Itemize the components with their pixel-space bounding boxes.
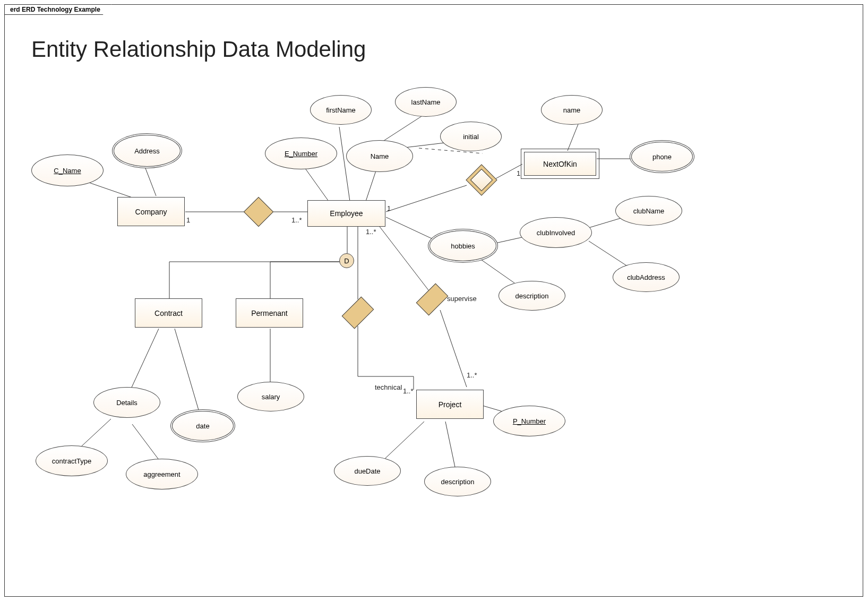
attr-label: salary [262, 393, 280, 401]
attr-label: hobbies [451, 242, 475, 250]
attr-label: C_Name [54, 167, 81, 175]
role-label: supervise [447, 295, 477, 303]
attr-address[interactable]: Address [114, 135, 181, 167]
entity-nextofkin[interactable]: NextOfKin [524, 152, 596, 176]
svg-line-25 [175, 329, 201, 419]
diagram-frame: erd ERD Technology Example Entity Relati… [4, 4, 863, 597]
entity-project[interactable]: Project [416, 390, 484, 419]
disjoint-circle[interactable]: D [339, 253, 354, 268]
attr-project-description[interactable]: description [424, 467, 491, 496]
attr-initial[interactable]: initial [440, 122, 502, 151]
entity-label: Contract [154, 309, 183, 317]
identifying-relationship-diamond[interactable] [467, 169, 496, 191]
entity-label: Company [135, 208, 167, 216]
entity-contract[interactable]: Contract [135, 298, 202, 328]
cardinality-label: 1..* [403, 387, 414, 395]
attr-label: Details [116, 399, 137, 407]
entity-permanent[interactable]: Permenant [236, 298, 303, 328]
attr-label: clubInvolved [537, 229, 575, 237]
relationship-supervise[interactable] [419, 284, 445, 315]
cardinality-label: 1 [387, 204, 391, 212]
attr-label: firstName [326, 106, 356, 114]
entity-label: NextOfKin [543, 160, 577, 168]
attr-label: description [441, 478, 475, 486]
attr-label: aggreement [143, 470, 180, 478]
cardinality-label: 1..* [291, 216, 302, 224]
disjoint-label: D [344, 257, 349, 265]
attr-label: E_Number [285, 150, 317, 158]
attr-details[interactable]: Details [93, 387, 160, 418]
attr-label: name [563, 106, 581, 114]
cardinality-label: 1..* [467, 371, 477, 379]
svg-line-5 [339, 127, 350, 201]
role-label: technical [375, 383, 402, 391]
attr-c-name[interactable]: C_Name [31, 154, 104, 186]
entity-employee[interactable]: Employee [307, 200, 385, 227]
attr-e-number[interactable]: E_Number [265, 138, 337, 169]
attr-label: date [196, 422, 209, 430]
cardinality-label: 1 [517, 169, 520, 177]
entity-company[interactable]: Company [117, 197, 185, 226]
svg-line-34 [440, 310, 467, 387]
attr-clubaddress[interactable]: clubAddress [613, 262, 680, 292]
attr-label: contractType [52, 457, 91, 465]
attr-label: lastName [411, 98, 441, 106]
attr-label: description [515, 292, 549, 300]
attr-aggreement[interactable]: aggreement [126, 459, 198, 490]
attr-contracttype[interactable]: contractType [36, 445, 108, 476]
entity-label: Project [439, 400, 462, 409]
relationship-diamond[interactable] [244, 204, 273, 220]
attr-firstname[interactable]: firstName [310, 95, 372, 125]
attr-label: initial [463, 133, 479, 141]
attr-label: Address [134, 147, 160, 155]
relationship-technical[interactable] [345, 297, 371, 329]
attr-label: P_Number [513, 417, 546, 425]
attr-duedate[interactable]: dueDate [334, 456, 401, 486]
attr-clubinvolved[interactable]: clubInvolved [520, 217, 592, 248]
diagram-canvas: Company Employee NextOfKin Contract Perm… [5, 5, 863, 596]
svg-line-4 [302, 164, 329, 201]
attr-phone[interactable]: phone [631, 142, 693, 171]
cardinality-label: 1..* [366, 228, 376, 236]
attr-label: phone [652, 153, 672, 161]
attr-nok-name[interactable]: name [541, 95, 603, 125]
attr-lastname[interactable]: lastName [395, 87, 457, 117]
attr-label: Name [371, 152, 389, 160]
attr-p-number[interactable]: P_Number [493, 406, 565, 436]
attr-label: clubName [633, 207, 665, 215]
svg-line-10 [386, 185, 467, 212]
svg-line-33 [376, 222, 429, 291]
entity-label: Permenant [251, 309, 287, 317]
attr-name-composite[interactable]: Name [346, 140, 413, 172]
attr-date[interactable]: date [172, 411, 234, 441]
attr-hobby-description[interactable]: description [499, 281, 565, 311]
svg-line-12 [568, 124, 578, 151]
attr-label: clubAddress [627, 273, 665, 281]
cardinality-label: 1 [186, 216, 190, 224]
svg-line-36 [445, 422, 456, 472]
attr-clubname[interactable]: clubName [615, 196, 682, 226]
svg-line-6 [366, 169, 376, 201]
attr-label: dueDate [354, 467, 380, 475]
attr-hobbies[interactable]: hobbies [429, 230, 496, 261]
entity-label: Employee [330, 209, 363, 218]
attr-salary[interactable]: salary [237, 382, 304, 411]
